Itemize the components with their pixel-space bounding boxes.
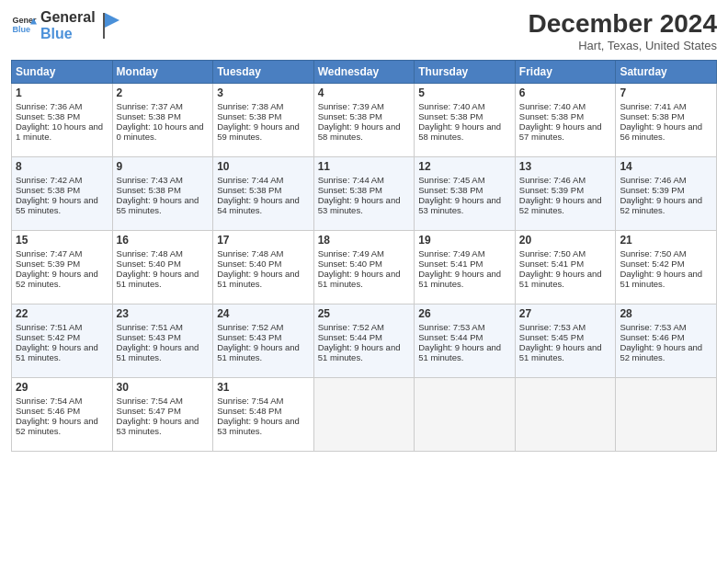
- calendar-cell: 11 Sunrise: 7:44 AM Sunset: 5:38 PM Dayl…: [313, 157, 415, 231]
- calendar-cell: 20 Sunrise: 7:50 AM Sunset: 5:41 PM Dayl…: [515, 231, 616, 304]
- sunset-label: Sunset: 5:40 PM: [217, 259, 281, 269]
- day-header-wednesday: Wednesday: [313, 61, 415, 84]
- daylight-label: Daylight: 9 hours and 54 minutes.: [217, 195, 300, 215]
- day-number: 19: [418, 234, 511, 247]
- daylight-label: Daylight: 9 hours and 51 minutes.: [318, 269, 401, 289]
- sunrise-label: Sunrise: 7:36 AM: [16, 101, 82, 111]
- daylight-label: Daylight: 9 hours and 51 minutes.: [318, 342, 401, 362]
- daylight-label: Daylight: 10 hours and 0 minutes.: [117, 121, 204, 142]
- day-number: 6: [519, 86, 612, 99]
- daylight-label: Daylight: 9 hours and 59 minutes.: [217, 121, 300, 142]
- day-number: 26: [418, 307, 511, 320]
- day-number: 23: [117, 307, 210, 320]
- sunset-label: Sunset: 5:39 PM: [519, 185, 584, 195]
- calendar-cell: 6 Sunrise: 7:40 AM Sunset: 5:38 PM Dayli…: [515, 84, 616, 157]
- daylight-label: Daylight: 9 hours and 51 minutes.: [217, 269, 300, 289]
- daylight-label: Daylight: 9 hours and 53 minutes.: [117, 416, 199, 436]
- logo-text-general: General: [40, 9, 96, 26]
- day-number: 31: [217, 381, 310, 394]
- sunrise-label: Sunrise: 7:38 AM: [217, 101, 283, 111]
- day-number: 20: [519, 234, 612, 247]
- sunrise-label: Sunrise: 7:40 AM: [519, 101, 586, 111]
- sunset-label: Sunset: 5:43 PM: [217, 332, 281, 342]
- sunset-label: Sunset: 5:38 PM: [418, 111, 483, 121]
- logo: General Blue General Blue: [11, 9, 119, 43]
- sunrise-label: Sunrise: 7:52 AM: [217, 322, 283, 332]
- calendar-cell: 25 Sunrise: 7:52 AM Sunset: 5:44 PM Dayl…: [313, 304, 415, 378]
- sunrise-label: Sunrise: 7:53 AM: [418, 322, 484, 332]
- day-number: 25: [318, 307, 411, 320]
- calendar-cell: 15 Sunrise: 7:47 AM Sunset: 5:39 PM Dayl…: [12, 231, 113, 304]
- sunset-label: Sunset: 5:47 PM: [117, 406, 181, 416]
- sunset-label: Sunset: 5:38 PM: [519, 111, 584, 121]
- sunrise-label: Sunrise: 7:39 AM: [318, 101, 384, 111]
- sunrise-label: Sunrise: 7:50 AM: [620, 248, 686, 259]
- sunrise-label: Sunrise: 7:44 AM: [318, 175, 384, 185]
- calendar-cell: 4 Sunrise: 7:39 AM Sunset: 5:38 PM Dayli…: [313, 84, 415, 157]
- day-header-thursday: Thursday: [415, 61, 516, 84]
- calendar-cell: [313, 378, 415, 452]
- day-number: 11: [318, 160, 411, 173]
- logo-text-blue: Blue: [40, 26, 96, 42]
- daylight-label: Daylight: 9 hours and 52 minutes.: [620, 342, 702, 362]
- sunrise-label: Sunrise: 7:45 AM: [418, 175, 484, 185]
- day-number: 13: [519, 160, 612, 173]
- calendar-cell: 7 Sunrise: 7:41 AM Sunset: 5:38 PM Dayli…: [616, 84, 717, 157]
- sunrise-label: Sunrise: 7:51 AM: [16, 322, 82, 332]
- sunrise-label: Sunrise: 7:52 AM: [318, 322, 384, 332]
- day-number: 14: [620, 160, 712, 173]
- day-number: 30: [117, 381, 210, 394]
- daylight-label: Daylight: 9 hours and 51 minutes.: [519, 342, 602, 362]
- day-number: 10: [217, 160, 310, 173]
- day-number: 27: [519, 307, 612, 320]
- daylight-label: Daylight: 9 hours and 53 minutes.: [418, 195, 501, 215]
- day-header-saturday: Saturday: [616, 61, 717, 84]
- sunrise-label: Sunrise: 7:46 AM: [620, 175, 686, 185]
- day-number: 3: [217, 86, 310, 99]
- day-header-tuesday: Tuesday: [213, 61, 314, 84]
- sunset-label: Sunset: 5:40 PM: [318, 259, 382, 269]
- logo-icon: General Blue: [11, 13, 37, 39]
- location: Hart, Texas, United States: [529, 39, 717, 52]
- calendar-cell: 27 Sunrise: 7:53 AM Sunset: 5:45 PM Dayl…: [515, 304, 616, 378]
- sunset-label: Sunset: 5:38 PM: [217, 111, 281, 121]
- sunset-label: Sunset: 5:44 PM: [418, 332, 483, 342]
- daylight-label: Daylight: 9 hours and 52 minutes.: [519, 195, 602, 215]
- calendar-cell: [616, 378, 717, 452]
- day-number: 17: [217, 234, 310, 247]
- calendar-cell: 3 Sunrise: 7:38 AM Sunset: 5:38 PM Dayli…: [213, 84, 314, 157]
- daylight-label: Daylight: 9 hours and 51 minutes.: [16, 342, 98, 362]
- day-number: 15: [16, 234, 108, 247]
- calendar-table: SundayMondayTuesdayWednesdayThursdayFrid…: [11, 60, 717, 452]
- sunrise-label: Sunrise: 7:42 AM: [16, 175, 82, 185]
- sunrise-label: Sunrise: 7:48 AM: [117, 248, 183, 259]
- sunset-label: Sunset: 5:41 PM: [519, 259, 584, 269]
- page-container: General Blue General Blue December 2024 …: [0, 0, 728, 461]
- sunset-label: Sunset: 5:38 PM: [620, 111, 684, 121]
- sunrise-label: Sunrise: 7:50 AM: [519, 248, 586, 259]
- calendar-cell: 30 Sunrise: 7:54 AM Sunset: 5:47 PM Dayl…: [112, 378, 213, 452]
- calendar-cell: 13 Sunrise: 7:46 AM Sunset: 5:39 PM Dayl…: [515, 157, 616, 231]
- daylight-label: Daylight: 9 hours and 52 minutes.: [16, 416, 98, 436]
- day-number: 5: [418, 86, 511, 99]
- sunrise-label: Sunrise: 7:41 AM: [620, 101, 686, 111]
- svg-marker-3: [105, 13, 119, 28]
- day-number: 18: [318, 234, 411, 247]
- calendar-cell: 18 Sunrise: 7:49 AM Sunset: 5:40 PM Dayl…: [313, 231, 415, 304]
- sunrise-label: Sunrise: 7:54 AM: [117, 396, 183, 406]
- sunrise-label: Sunrise: 7:51 AM: [117, 322, 183, 332]
- sunset-label: Sunset: 5:44 PM: [318, 332, 382, 342]
- sunset-label: Sunset: 5:46 PM: [16, 406, 80, 416]
- daylight-label: Daylight: 9 hours and 52 minutes.: [16, 269, 98, 289]
- daylight-label: Daylight: 9 hours and 58 minutes.: [318, 121, 401, 142]
- sunset-label: Sunset: 5:38 PM: [117, 111, 181, 121]
- sunset-label: Sunset: 5:43 PM: [117, 332, 181, 342]
- sunrise-label: Sunrise: 7:49 AM: [318, 248, 384, 259]
- calendar-cell: 23 Sunrise: 7:51 AM Sunset: 5:43 PM Dayl…: [112, 304, 213, 378]
- sunset-label: Sunset: 5:40 PM: [117, 259, 181, 269]
- calendar-cell: 1 Sunrise: 7:36 AM Sunset: 5:38 PM Dayli…: [12, 84, 113, 157]
- day-header-friday: Friday: [515, 61, 616, 84]
- sunset-label: Sunset: 5:41 PM: [418, 259, 483, 269]
- sunset-label: Sunset: 5:45 PM: [519, 332, 584, 342]
- sunrise-label: Sunrise: 7:40 AM: [418, 101, 484, 111]
